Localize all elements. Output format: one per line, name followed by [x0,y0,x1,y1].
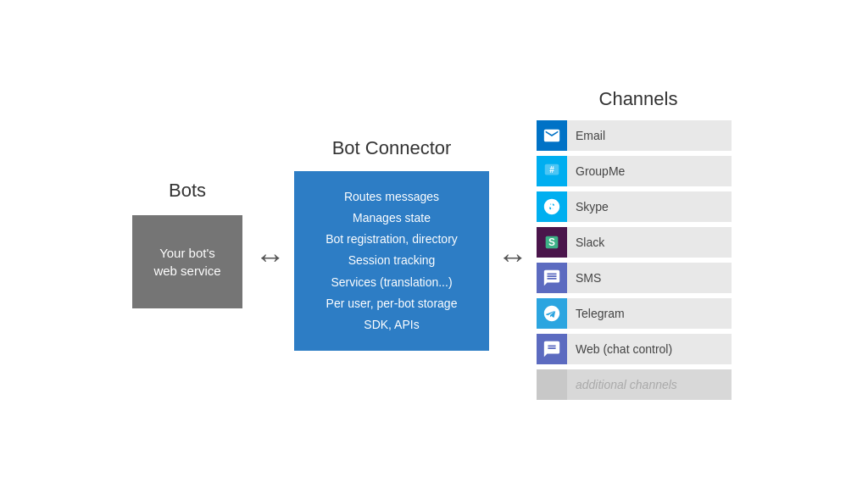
right-arrow-section: ↔ [489,239,537,274]
right-arrow-icon: ↔ [498,239,528,274]
connector-feature-2: Manages state [353,208,431,229]
channels-label: Channels [537,88,740,110]
channel-row-telegram: Telegram [537,298,732,329]
bot-box: Your bot'sweb service [132,215,242,308]
telegram-icon [537,298,567,329]
skype-icon [537,191,567,222]
svg-text:S: S [548,236,555,248]
channels-section: Channels Email # GroupMe [537,88,740,400]
connector-label: Bot Connector [332,137,452,159]
channel-name-telegram: Telegram [576,307,625,320]
channel-name-slack: Slack [576,236,604,249]
connector-feature-5: Services (translation...) [331,272,452,293]
channel-name-skype: Skype [576,200,609,214]
connector-feature-6: Per user, per-bot storage [326,293,458,314]
connector-box: Routes messages Manages state Bot regist… [294,171,489,351]
channel-name-email: Email [576,129,605,142]
channel-row-sms: SMS [537,263,732,293]
bots-label: Bots [169,180,206,202]
main-diagram: Bots Your bot'sweb service ↔ Bot Connect… [0,0,868,488]
svg-text:#: # [549,165,554,175]
left-arrow-section: ↔ [247,239,294,274]
channel-row-slack: S Slack [537,227,732,258]
channel-row-groupme: # GroupMe [537,156,732,186]
bots-section: Bots Your bot'sweb service [128,180,247,308]
connector-feature-7: SDK, APIs [364,314,419,336]
additional-channels-icon [537,369,567,400]
channel-row-additional: additional channels [537,369,732,400]
connector-feature-4: Session tracking [348,250,436,271]
groupme-icon: # [537,156,567,186]
left-arrow-icon: ↔ [255,239,286,274]
web-icon [537,334,567,364]
bot-box-text: Your bot'sweb service [153,244,220,280]
channel-name-web: Web (chat control) [576,342,672,356]
channel-name-sms: SMS [576,271,601,285]
connector-section: Bot Connector Routes messages Manages st… [294,137,489,351]
channel-name-additional: additional channels [576,378,677,391]
connector-feature-3: Bot registration, directory [326,229,458,250]
slack-icon: S [537,227,567,258]
channel-row-email: Email [537,120,732,151]
channel-row-skype: Skype [537,191,732,222]
connector-feature-1: Routes messages [344,186,439,208]
sms-icon [537,263,567,293]
channel-row-web: Web (chat control) [537,334,732,364]
channel-name-groupme: GroupMe [576,164,625,178]
email-icon [537,120,567,151]
